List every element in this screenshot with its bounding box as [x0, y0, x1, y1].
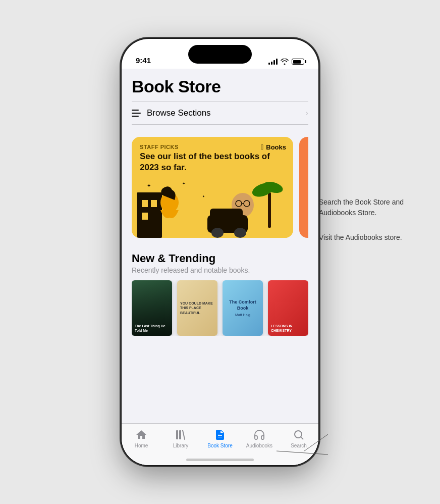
annotation-1-text: Search the Book Store and Audiobooks Sto…: [319, 197, 425, 218]
book-cover-1[interactable]: The Last Thing He Told Me: [132, 280, 172, 336]
screen: Book Store Browse Sections › STAFF PICKS: [122, 69, 318, 465]
apple-books-logo:  Books: [261, 143, 286, 151]
annotation-1: Search the Book Store and Audiobooks Sto…: [319, 197, 425, 218]
tab-home[interactable]: Home: [122, 428, 161, 448]
staff-picks-card[interactable]: STAFF PICKS See our list of the best boo…: [132, 137, 293, 238]
status-time: 9:41: [136, 56, 151, 65]
library-icon: [174, 428, 188, 441]
card-illustration: ✦ ✦ ✦: [132, 172, 293, 238]
svg-rect-4: [142, 213, 148, 220]
tab-library-label: Library: [173, 443, 189, 448]
trending-subtitle: Recently released and notable books.: [132, 266, 308, 274]
home-indicator: [186, 459, 254, 461]
book-title-2: YOU COULD MAKE THIS PLACE BEAUTIFUL: [180, 301, 214, 315]
menu-icon: [132, 110, 141, 117]
svg-rect-14: [268, 192, 271, 228]
content-scroll: Book Store Browse Sections › STAFF PICKS: [122, 69, 318, 423]
trending-title: New & Trending: [132, 252, 308, 265]
book-author-3: Matt Haig: [235, 313, 250, 317]
book-title-3: The Comfort Book: [227, 299, 259, 311]
svg-text:✦: ✦: [182, 181, 186, 186]
svg-rect-20: [176, 430, 178, 439]
tab-audiobooks[interactable]: Audiobooks: [240, 428, 279, 448]
svg-rect-3: [151, 200, 157, 207]
svg-text:✦: ✦: [147, 183, 151, 188]
dynamic-island: [188, 45, 252, 64]
featured-cards: STAFF PICKS See our list of the best boo…: [132, 133, 308, 244]
signal-icon: [268, 59, 278, 65]
book-store-icon: [213, 428, 227, 441]
tab-home-label: Home: [135, 443, 148, 448]
books-row: The Last Thing He Told Me YOU COULD MAKE…: [132, 280, 308, 336]
page-title: Book Store: [132, 77, 308, 96]
audiobooks-icon: [253, 428, 266, 441]
svg-rect-1: [137, 192, 162, 238]
svg-point-11: [211, 228, 224, 238]
svg-point-22: [295, 431, 302, 438]
battery-icon: [292, 59, 304, 65]
svg-rect-2: [142, 200, 148, 207]
browse-sections-label: Browse Sections: [147, 108, 305, 118]
tab-book-store-label: Book Store: [207, 443, 232, 448]
svg-point-12: [234, 228, 246, 238]
books-brand-text: Books: [266, 143, 286, 151]
svg-rect-13: [210, 209, 243, 219]
book-cover-3[interactable]: The Comfort Book Matt Haig: [223, 280, 263, 336]
tab-audiobooks-label: Audiobooks: [246, 443, 272, 448]
header: Book Store: [122, 69, 318, 102]
search-icon: [292, 428, 306, 441]
apple-icon: : [261, 143, 263, 151]
second-featured-card[interactable]: [299, 137, 308, 238]
book-cover-2[interactable]: YOU COULD MAKE THIS PLACE BEAUTIFUL: [177, 280, 217, 336]
annotation-2: Visit the Audiobooks store.: [319, 232, 425, 243]
book-title-4: LESSONS IN CHEMISTRY: [271, 324, 305, 333]
book-cover-4[interactable]: LESSONS IN CHEMISTRY: [268, 280, 308, 336]
chevron-right-icon: ›: [305, 108, 308, 118]
staff-picks-section: STAFF PICKS See our list of the best boo…: [122, 125, 318, 244]
browse-sections-row[interactable]: Browse Sections ›: [122, 102, 318, 124]
home-icon: [135, 428, 148, 441]
svg-text:✦: ✦: [202, 195, 205, 198]
annotation-2-text: Visit the Audiobooks store.: [319, 232, 425, 243]
status-icons: [268, 59, 304, 65]
phone-frame: 9:41 Book Store: [122, 39, 318, 465]
book-title-1: The Last Thing He Told Me: [135, 324, 169, 333]
tab-book-store[interactable]: Book Store: [200, 428, 240, 448]
svg-rect-21: [179, 430, 181, 439]
tab-search[interactable]: Search: [279, 428, 318, 448]
tab-search-label: Search: [291, 443, 307, 448]
new-trending-section: New & Trending Recently released and not…: [122, 244, 318, 342]
tab-library[interactable]: Library: [161, 428, 200, 448]
wifi-icon: [281, 59, 289, 65]
